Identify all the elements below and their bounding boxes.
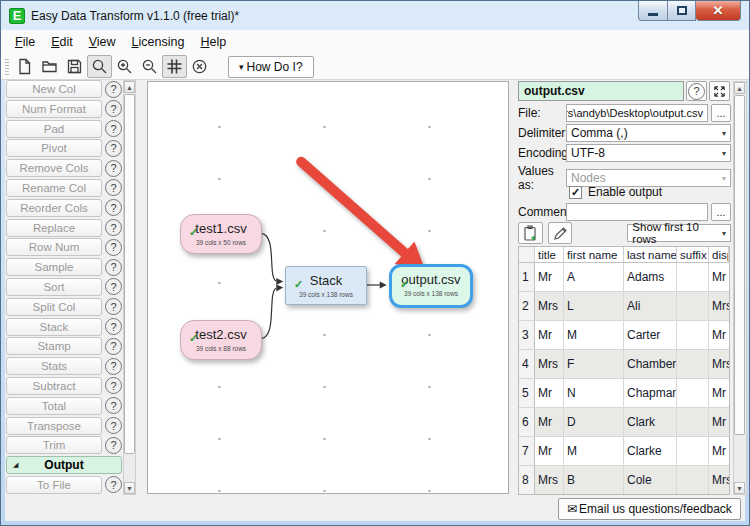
help-icon[interactable]: ? [105, 219, 122, 236]
transform-button[interactable]: Pad [6, 120, 102, 138]
how-do-i-button[interactable]: ▾ How Do I? [228, 56, 314, 78]
table-row[interactable]: 1 Mr A Adams Mr [519, 263, 729, 292]
transform-button[interactable]: Sort [6, 278, 102, 296]
rows-shown-select[interactable]: Show first 10 rows ▾ [627, 224, 731, 242]
copy-table-button[interactable] [518, 222, 543, 244]
transform-button[interactable]: Row Num [6, 238, 102, 256]
transform-button[interactable]: Rename Col [6, 179, 102, 197]
transform-button[interactable]: Remove Cols [6, 159, 102, 177]
save-button[interactable] [62, 55, 87, 78]
menu-item[interactable]: File [7, 32, 43, 52]
title-bar[interactable]: E Easy Data Transform v1.1.0 (free trial… [1, 1, 749, 30]
cell-first-name[interactable]: D [564, 408, 624, 436]
help-icon[interactable]: ? [105, 179, 122, 196]
help-icon[interactable]: ? [105, 476, 122, 493]
help-icon[interactable]: ? [105, 437, 122, 454]
cell-display-name[interactable]: Mrs [709, 350, 729, 378]
cell-display-name[interactable]: Mr [709, 321, 729, 349]
select-tool-button[interactable] [87, 55, 112, 78]
inspector-scrollbar[interactable]: ▲ ▼ [733, 81, 747, 495]
transform-button[interactable]: Stats [6, 357, 102, 375]
node-test1[interactable]: ✓ test1.csv 39 cols x 50 rows [180, 214, 262, 254]
transform-button[interactable]: Replace [6, 219, 102, 237]
encoding-select[interactable]: UTF-8 ▾ [566, 144, 731, 162]
table-row[interactable]: 2 Mrs L Ali Mrs [519, 292, 729, 321]
cell-title[interactable]: Mrs [535, 350, 564, 378]
help-icon[interactable]: ? [105, 160, 122, 177]
help-icon[interactable]: ? [105, 318, 122, 335]
cell-last-name[interactable]: Ali [624, 292, 677, 320]
cell-title[interactable]: Mr [535, 379, 564, 407]
scroll-up-icon[interactable]: ▲ [124, 81, 135, 93]
transform-button[interactable]: Trim [6, 436, 102, 454]
cell-first-name[interactable]: M [564, 321, 624, 349]
node-name-input[interactable]: output.csv [518, 81, 684, 101]
file-path-input[interactable]: ers\andyb\Desktop\output.csv [566, 104, 708, 122]
table-row[interactable]: 4 Mrs F Chambers Mrs [519, 350, 729, 379]
help-icon[interactable]: ? [105, 278, 122, 295]
cell-last-name[interactable]: Adams [624, 263, 677, 291]
node-test2[interactable]: ✓ test2.csv 39 cols x 88 rows [180, 320, 262, 360]
transform-button[interactable]: Num Format [6, 100, 102, 118]
help-icon[interactable]: ? [105, 358, 122, 375]
help-icon[interactable]: ? [105, 338, 122, 355]
cell-title[interactable]: Mr [535, 437, 564, 465]
cell-suffix[interactable] [677, 379, 709, 407]
cell-display-name[interactable]: Mrs [709, 466, 729, 494]
transform-button[interactable]: To File [6, 476, 102, 494]
zoom-in-button[interactable] [112, 55, 137, 78]
help-icon[interactable]: ? [105, 259, 122, 276]
help-icon[interactable]: ? [105, 140, 122, 157]
expand-panel-button[interactable] [709, 81, 730, 101]
menu-item[interactable]: Licensing [124, 32, 193, 52]
menu-item[interactable]: Help [192, 32, 234, 52]
transform-button[interactable]: Transpose [6, 417, 102, 435]
delimiter-select[interactable]: Comma (,) ▾ [566, 124, 731, 142]
transform-button[interactable]: Subtract [6, 377, 102, 395]
cell-first-name[interactable]: M [564, 437, 624, 465]
scrollbar-thumb[interactable] [124, 94, 135, 454]
cell-display-name[interactable]: Mr [709, 263, 729, 291]
transform-button[interactable]: Split Col [6, 298, 102, 316]
cell-title[interactable]: Mr [535, 263, 564, 291]
node-stack[interactable]: ✓ Stack 39 cols x 138 rows [285, 266, 367, 305]
transform-button[interactable]: Reorder Cols [6, 199, 102, 217]
help-icon[interactable]: ? [105, 397, 122, 414]
zoom-out-button[interactable] [137, 55, 162, 78]
cell-display-name[interactable]: Mr [709, 437, 729, 465]
browse-file-button[interactable]: ... [711, 104, 731, 122]
preview-table[interactable]: title first name last name suffix disp 1… [518, 246, 730, 495]
help-icon[interactable]: ? [105, 199, 122, 216]
scroll-up-icon[interactable]: ▲ [734, 82, 745, 94]
header-cell[interactable]: first name [564, 247, 624, 262]
cell-first-name[interactable]: A [564, 263, 624, 291]
cell-last-name[interactable]: Clark [624, 408, 677, 436]
help-icon[interactable]: ? [105, 417, 122, 434]
enable-output-checkbox[interactable]: ✓ [569, 186, 582, 199]
help-icon[interactable]: ? [105, 377, 122, 394]
help-icon[interactable]: ? [105, 298, 122, 315]
maximize-button[interactable] [667, 1, 696, 21]
flow-canvas[interactable]: ✓ test1.csv 39 cols x 50 rows ✓ test2.cs… [147, 81, 509, 494]
cell-last-name[interactable]: Clarke [624, 437, 677, 465]
email-feedback-button[interactable]: ✉ Email us questions/feedback [558, 498, 741, 520]
cell-display-name[interactable]: Mr [709, 408, 729, 436]
menu-item[interactable]: Edit [43, 32, 81, 52]
cell-suffix[interactable] [677, 466, 709, 494]
transform-button[interactable]: Stack [6, 318, 102, 336]
cell-last-name[interactable]: Carter [624, 321, 677, 349]
close-button[interactable]: ✕ [696, 1, 741, 21]
header-cell[interactable]: title [535, 247, 564, 262]
open-file-button[interactable] [37, 55, 62, 78]
cell-title[interactable]: Mrs [535, 466, 564, 494]
header-cell[interactable]: last name [624, 247, 677, 262]
help-icon[interactable]: ? [105, 239, 122, 256]
toggle-grid-button[interactable] [162, 55, 187, 78]
edit-values-button[interactable] [548, 222, 573, 244]
cancel-button[interactable] [187, 55, 212, 78]
comment-more-button[interactable]: ... [711, 203, 731, 221]
transform-button[interactable]: Total [6, 397, 102, 415]
comment-input[interactable] [566, 203, 708, 221]
cell-last-name[interactable]: Chambers [624, 350, 677, 378]
cell-suffix[interactable] [677, 408, 709, 436]
